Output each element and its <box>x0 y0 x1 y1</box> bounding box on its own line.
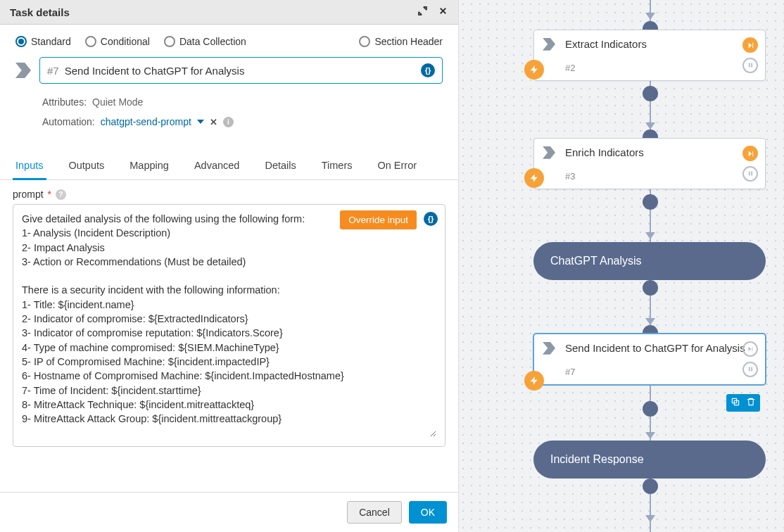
prompt-field-label: prompt * ? <box>13 189 445 200</box>
delete-icon[interactable] <box>746 397 756 409</box>
automation-link[interactable]: chatgpt-send-prompt <box>101 116 191 127</box>
attributes-row: Attributes: Quiet Mode <box>0 92 458 112</box>
radio-icon <box>15 36 27 47</box>
svg-rect-3 <box>751 172 752 176</box>
variable-picker-icon[interactable]: {} <box>424 212 438 226</box>
footer-bar: Cancel OK <box>0 492 458 532</box>
svg-rect-5 <box>751 367 752 372</box>
node-number: #3 <box>565 171 575 182</box>
arrow-down-icon <box>645 318 655 325</box>
pause-icon[interactable] <box>742 58 758 73</box>
tab-inputs[interactable]: Inputs <box>13 154 46 180</box>
task-number-prefix: #7 <box>47 65 59 77</box>
cancel-button[interactable]: Cancel <box>347 501 402 524</box>
node-number: #7 <box>565 367 575 377</box>
arrow-down-icon <box>645 13 655 20</box>
info-icon[interactable]: i <box>223 117 234 127</box>
tab-advanced[interactable]: Advanced <box>191 154 243 180</box>
tab-timers[interactable]: Timers <box>319 154 355 180</box>
svg-rect-0 <box>748 63 750 68</box>
pause-icon[interactable] <box>742 362 758 377</box>
connector-dot[interactable] <box>643 86 658 101</box>
bolt-icon <box>524 371 544 391</box>
flow-node-send-incident-chatgpt[interactable]: Send Incident to ChatGPT for Analysis #7 <box>533 334 766 385</box>
node-number: #2 <box>565 63 575 73</box>
connector-dot[interactable] <box>643 194 658 210</box>
chevron-icon <box>15 63 31 78</box>
flow-section-chatgpt-analysis[interactable]: ChatGPT Analysis <box>533 242 766 280</box>
bolt-icon <box>524 168 544 188</box>
arrow-down-icon <box>645 515 655 522</box>
pill-title: Incident Response <box>550 453 644 466</box>
prompt-textarea[interactable] <box>22 212 436 437</box>
skip-icon[interactable] <box>742 341 758 357</box>
override-input-button[interactable]: Override input <box>340 210 417 229</box>
bolt-icon <box>524 60 544 80</box>
task-details-panel: Task details Standard Conditional <box>0 0 459 532</box>
connector-dot[interactable] <box>643 401 658 417</box>
help-icon[interactable]: ? <box>56 189 66 200</box>
skip-icon[interactable] <box>742 37 758 53</box>
tab-on-error[interactable]: On Error <box>375 154 420 180</box>
required-indicator: * <box>48 189 51 200</box>
copy-icon[interactable] <box>731 397 740 409</box>
tab-mapping[interactable]: Mapping <box>127 154 172 180</box>
svg-rect-4 <box>748 367 750 372</box>
chevron-icon <box>543 146 555 159</box>
radio-standard[interactable]: Standard <box>15 36 71 47</box>
connector-dot[interactable] <box>643 280 658 296</box>
arrow-down-icon <box>645 432 655 439</box>
radio-conditional[interactable]: Conditional <box>85 36 150 47</box>
expand-icon[interactable] <box>417 6 428 18</box>
playbook-canvas[interactable]: Extract Indicators #2 Enrich Indicators <box>459 0 784 532</box>
flow-node-extract-indicators[interactable]: Extract Indicators #2 <box>533 30 766 81</box>
tab-outputs[interactable]: Outputs <box>66 154 108 180</box>
flow-section-incident-response[interactable]: Incident Response <box>533 441 766 479</box>
panel-title: Task details <box>10 6 70 18</box>
arrow-down-icon <box>645 232 655 239</box>
flow-node-enrich-indicators[interactable]: Enrich Indicators #3 <box>533 138 766 189</box>
radio-icon <box>359 36 370 47</box>
node-action-strip <box>726 394 760 412</box>
tabs-bar: Inputs Outputs Mapping Advanced Details … <box>0 144 458 180</box>
attributes-value: Quiet Mode <box>92 96 143 108</box>
task-name-input-wrap[interactable]: #7 {} <box>39 57 443 84</box>
svg-rect-2 <box>748 172 750 176</box>
connector-dot[interactable] <box>643 479 658 494</box>
arrow-down-icon <box>645 122 655 129</box>
chevron-down-icon[interactable] <box>197 120 204 124</box>
radio-section-header[interactable]: Section Header <box>359 36 443 47</box>
skip-icon[interactable] <box>742 146 758 161</box>
close-icon[interactable] <box>438 6 448 18</box>
task-name-input[interactable] <box>65 65 415 77</box>
tab-details[interactable]: Details <box>262 154 298 180</box>
prompt-input-wrap: Override input {} <box>13 204 445 447</box>
svg-rect-1 <box>751 63 752 68</box>
automation-row: Automation: chatgpt-send-prompt ✕ i <box>0 112 458 132</box>
panel-header: Task details <box>0 0 458 25</box>
variable-picker-icon[interactable]: {} <box>421 63 435 77</box>
clear-automation-icon[interactable]: ✕ <box>210 117 217 127</box>
ok-button[interactable]: OK <box>409 501 447 524</box>
pause-icon[interactable] <box>742 166 758 182</box>
chevron-icon <box>543 38 555 51</box>
radio-data-collection[interactable]: Data Collection <box>164 36 246 47</box>
chevron-icon <box>543 342 555 355</box>
radio-icon <box>164 36 175 47</box>
task-type-radios: Standard Conditional Data Collection Sec… <box>0 25 458 54</box>
radio-icon <box>85 36 96 47</box>
pill-title: ChatGPT Analysis <box>550 255 642 267</box>
